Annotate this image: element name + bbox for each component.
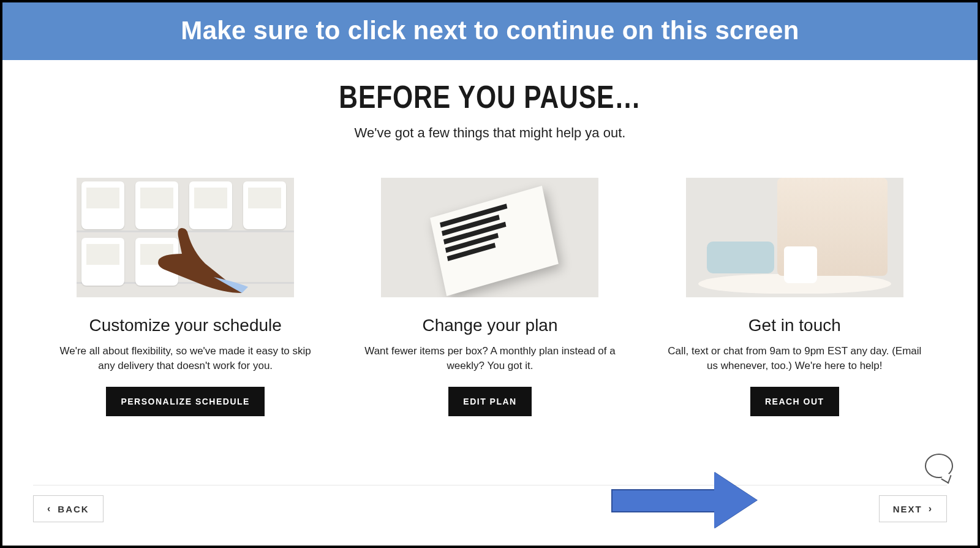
- card-desc: Want fewer items per box? A monthly plan…: [361, 344, 619, 373]
- instruction-banner: Make sure to click next to continue on t…: [2, 2, 978, 60]
- chevron-left-icon: ‹: [47, 503, 51, 514]
- next-label: NEXT: [893, 504, 922, 514]
- card-customize-schedule: Customize your schedule We're all about …: [45, 178, 325, 416]
- hand-icon: [150, 221, 248, 294]
- back-label: BACK: [58, 504, 89, 514]
- card-image-box: [381, 178, 598, 297]
- page-title: BEFORE YOU PAUSE…: [90, 78, 889, 115]
- chevron-right-icon: ›: [929, 503, 933, 514]
- card-image-contact: [686, 178, 903, 297]
- card-title: Customize your schedule: [89, 316, 281, 335]
- card-image-freezer: [77, 178, 294, 297]
- page-subtitle: We've got a few things that might help y…: [2, 125, 978, 141]
- chat-icon[interactable]: [925, 454, 953, 478]
- back-button[interactable]: ‹ BACK: [33, 495, 104, 522]
- card-get-in-touch: Get in touch Call, text or chat from 9am…: [655, 178, 935, 416]
- card-title: Change your plan: [422, 316, 557, 335]
- edit-plan-button[interactable]: EDIT PLAN: [448, 387, 531, 416]
- personalize-schedule-button[interactable]: PERSONALIZE SCHEDULE: [106, 387, 264, 416]
- reach-out-button[interactable]: REACH OUT: [750, 387, 839, 416]
- next-button[interactable]: NEXT ›: [879, 495, 947, 522]
- options-row: Customize your schedule We're all about …: [2, 141, 978, 428]
- footer-nav: ‹ BACK NEXT ›: [33, 485, 947, 522]
- card-change-plan: Change your plan Want fewer items per bo…: [350, 178, 630, 416]
- card-desc: We're all about flexibility, so we've ma…: [57, 344, 314, 373]
- card-desc: Call, text or chat from 9am to 9pm EST a…: [666, 344, 923, 373]
- card-title: Get in touch: [748, 316, 841, 335]
